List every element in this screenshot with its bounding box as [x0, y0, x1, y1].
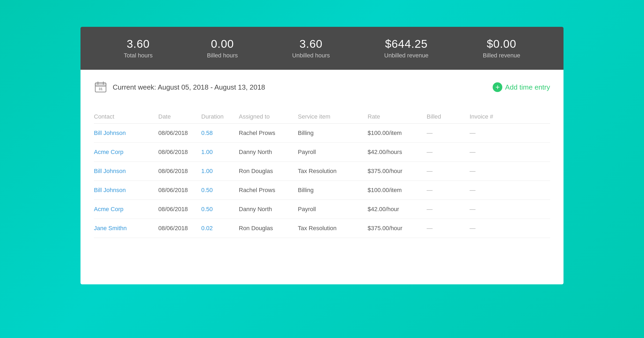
col-header-assigned-to: Assigned to [239, 113, 298, 120]
row-4-cell-duration[interactable]: 0.50 [201, 206, 239, 213]
stats-bar: 3.60Total hours0.00Billed hours3.60Unbil… [80, 27, 564, 70]
row-2-cell-service-item: Tax Resolution [298, 168, 368, 175]
row-0-cell-date: 08/06/2018 [158, 130, 201, 137]
row-4-cell-contact[interactable]: Acme Corp [94, 206, 158, 213]
row-2-cell-date: 08/06/2018 [158, 168, 201, 175]
main-panel: 31 Current week: August 05, 2018 - Augus… [80, 70, 564, 284]
row-1-cell-service-item: Payroll [298, 149, 368, 156]
table-rows: Bill Johnson08/06/20180.58Rachel ProwsBi… [94, 124, 550, 238]
stat-label-1: Billed hours [207, 52, 238, 59]
row-3-cell-assigned-to: Rachel Prows [239, 187, 298, 194]
row-2-cell-rate: $375.00/hour [368, 168, 427, 175]
stat-label-4: Billed revenue [483, 52, 520, 59]
row-0-cell-rate: $100.00/item [368, 130, 427, 137]
stat-label-0: Total hours [124, 52, 153, 59]
row-2-cell-billed: — [427, 168, 470, 175]
svg-text:31: 31 [99, 87, 103, 91]
table-row: Acme Corp08/06/20180.50Danny NorthPayrol… [94, 200, 550, 219]
row-1-cell-rate: $42.00/hours [368, 149, 427, 156]
stat-value-0: 3.60 [127, 38, 150, 50]
table-row: Bill Johnson08/06/20181.00Ron DouglasTax… [94, 162, 550, 181]
row-2-cell-contact[interactable]: Bill Johnson [94, 168, 158, 175]
panel-header: 31 Current week: August 05, 2018 - Augus… [94, 80, 550, 99]
stat-item-3: $644.25Unbilled revenue [384, 38, 429, 59]
stat-value-1: 0.00 [211, 38, 234, 50]
row-5-cell-invoice-num: — [470, 225, 513, 232]
row-4-cell-billed: — [427, 206, 470, 213]
stat-value-2: 3.60 [299, 38, 323, 50]
stat-item-1: 0.00Billed hours [207, 38, 238, 59]
row-2-cell-invoice-num: — [470, 168, 513, 175]
row-0-cell-service-item: Billing [298, 130, 368, 137]
time-entries-table: ContactDateDurationAssigned toService it… [94, 110, 550, 238]
stat-item-4: $0.00Billed revenue [483, 38, 520, 59]
row-2-cell-duration[interactable]: 1.00 [201, 168, 239, 175]
row-5-cell-date: 08/06/2018 [158, 225, 201, 232]
row-4-cell-rate: $42.00/hour [368, 206, 427, 213]
add-time-label: Add time entry [505, 83, 550, 91]
stat-value-3: $644.25 [385, 38, 428, 50]
row-0-cell-assigned-to: Rachel Prows [239, 130, 298, 137]
stat-value-4: $0.00 [487, 38, 516, 50]
svg-rect-1 [95, 83, 106, 86]
add-time-entry-button[interactable]: + Add time entry [493, 82, 550, 92]
row-4-cell-assigned-to: Danny North [239, 206, 298, 213]
row-1-cell-contact[interactable]: Acme Corp [94, 149, 158, 156]
row-2-cell-assigned-to: Ron Douglas [239, 168, 298, 175]
row-4-cell-date: 08/06/2018 [158, 206, 201, 213]
col-header-billed: Billed [427, 113, 470, 120]
col-header-contact: Contact [94, 113, 158, 120]
row-1-cell-invoice-num: — [470, 149, 513, 156]
row-0-cell-duration[interactable]: 0.58 [201, 130, 239, 137]
table-row: Bill Johnson08/06/20180.58Rachel ProwsBi… [94, 124, 550, 143]
week-info: 31 Current week: August 05, 2018 - Augus… [94, 80, 265, 94]
row-1-cell-assigned-to: Danny North [239, 149, 298, 156]
row-4-cell-service-item: Payroll [298, 206, 368, 213]
row-5-cell-contact[interactable]: Jane Smithn [94, 225, 158, 232]
table-row: Bill Johnson08/06/20180.50Rachel ProwsBi… [94, 181, 550, 200]
row-5-cell-service-item: Tax Resolution [298, 225, 368, 232]
plus-circle-icon: + [493, 82, 502, 92]
stat-label-3: Unbilled revenue [384, 52, 429, 59]
row-3-cell-date: 08/06/2018 [158, 187, 201, 194]
stat-label-2: Unbilled hours [292, 52, 330, 59]
col-header-service-item: Service item [298, 113, 368, 120]
table-row: Acme Corp08/06/20181.00Danny NorthPayrol… [94, 143, 550, 162]
row-3-cell-invoice-num: — [470, 187, 513, 194]
row-5-cell-duration[interactable]: 0.02 [201, 225, 239, 232]
calendar-icon: 31 [94, 80, 107, 94]
col-header-duration: Duration [201, 113, 239, 120]
row-0-cell-contact[interactable]: Bill Johnson [94, 130, 158, 137]
stat-item-0: 3.60Total hours [124, 38, 153, 59]
col-header-invoice-num: Invoice # [470, 113, 513, 120]
row-5-cell-assigned-to: Ron Douglas [239, 225, 298, 232]
stat-item-2: 3.60Unbilled hours [292, 38, 330, 59]
row-0-cell-invoice-num: — [470, 130, 513, 137]
col-header-rate: Rate [368, 113, 427, 120]
table-row: Jane Smithn08/06/20180.02Ron DouglasTax … [94, 219, 550, 238]
col-header-date: Date [158, 113, 201, 120]
row-1-cell-date: 08/06/2018 [158, 149, 201, 156]
table-header: ContactDateDurationAssigned toService it… [94, 110, 550, 124]
row-0-cell-billed: — [427, 130, 470, 137]
row-1-cell-duration[interactable]: 1.00 [201, 149, 239, 156]
row-3-cell-duration[interactable]: 0.50 [201, 187, 239, 194]
row-3-cell-billed: — [427, 187, 470, 194]
row-3-cell-contact[interactable]: Bill Johnson [94, 187, 158, 194]
row-5-cell-rate: $375.00/hour [368, 225, 427, 232]
week-label: Current week: August 05, 2018 - August 1… [113, 83, 265, 91]
row-1-cell-billed: — [427, 149, 470, 156]
row-3-cell-service-item: Billing [298, 187, 368, 194]
row-4-cell-invoice-num: — [470, 206, 513, 213]
row-3-cell-rate: $100.00/item [368, 187, 427, 194]
row-5-cell-billed: — [427, 225, 470, 232]
